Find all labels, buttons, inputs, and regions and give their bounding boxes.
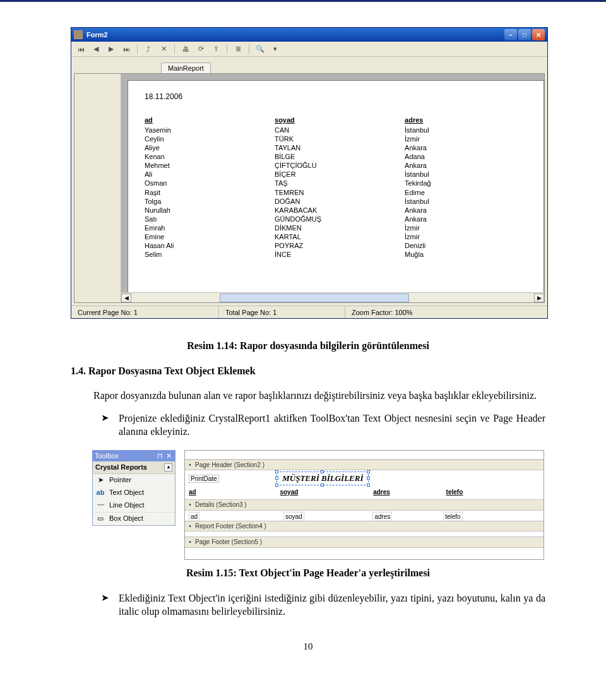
page-number: 10	[71, 640, 545, 653]
toolbox-panel: Toolbox ⊓ ✕ Crystal Reports ▴ ➤ Pointer …	[92, 450, 175, 526]
refresh-icon[interactable]: ⟳	[195, 44, 206, 55]
report-designer: •Page Header (Section2 ) PrintDate MÜŞTE…	[184, 450, 544, 560]
zoom-dropdown-icon[interactable]: ▾	[270, 44, 281, 55]
titlebar[interactable]: Form2 – □ ✕	[71, 28, 547, 42]
toolbox-item-line-object[interactable]: 〰 Line Object	[93, 499, 175, 512]
scroll-right-icon[interactable]: ▶	[534, 294, 544, 302]
status-zoom: Zoom Factor: 100%	[345, 306, 547, 318]
figure-caption-1: Resim 1.14: Rapor dosyasında bilgilerin …	[71, 339, 545, 353]
designer-ruler	[185, 451, 544, 460]
hdr-telefon[interactable]: telefo	[446, 488, 463, 497]
table-row: MehmetÇİFTÇİOĞLUAnkara	[145, 161, 527, 170]
tab-mainreport[interactable]: MainReport	[161, 62, 211, 73]
stop-icon[interactable]: ✕	[158, 44, 169, 55]
pointer-icon: ➤	[95, 475, 105, 485]
table-row: KenanBİLGEAdana	[145, 152, 527, 161]
find-icon[interactable]: 🔍	[254, 44, 266, 55]
last-page-icon[interactable]: ⏭	[121, 44, 132, 55]
prev-page-icon[interactable]: ◀	[90, 44, 102, 55]
scroll-thumb[interactable]	[220, 294, 409, 302]
collapse-icon[interactable]: ▴	[164, 463, 172, 472]
paragraph-1: Rapor dosyanızda bulunan alan ve rapor b…	[71, 389, 545, 403]
toolbox-item-text-object[interactable]: ab Text Object	[93, 487, 175, 499]
window-title: Form2	[86, 31, 504, 39]
hdr-ad[interactable]: ad	[189, 488, 196, 497]
toolbox-titlebar[interactable]: Toolbox ⊓ ✕	[92, 450, 175, 461]
table-row: AliyeTAYLANAnkara	[145, 143, 527, 152]
pin-icon[interactable]: ⊓	[155, 451, 164, 460]
report-table: ad soyad adres YaseminCANİstanbulCeylinT…	[145, 116, 527, 259]
report-page: 18.11.2006 ad soyad adres YaseminCANİsta…	[128, 80, 544, 292]
det-telefon[interactable]: telefo	[443, 512, 462, 522]
figure-caption-2: Resim 1.15: Text Object'in Page Header'a…	[71, 566, 545, 580]
bullet-arrow-icon: ➤	[101, 412, 119, 439]
next-page-icon[interactable]: ▶	[105, 44, 117, 55]
line-object-icon: 〰	[95, 501, 105, 511]
maximize-button[interactable]: □	[518, 29, 531, 40]
box-object-icon: ▭	[95, 514, 105, 524]
first-page-icon[interactable]: ⏮	[75, 44, 86, 55]
toolbox-item-box-object[interactable]: ▭ Box Object	[93, 512, 175, 525]
col-soyad: soyad	[275, 116, 405, 126]
table-row: SatıGÜNDOĞMUŞAnkara	[145, 215, 527, 223]
table-row: TolgaDOĞANİstanbul	[145, 197, 527, 206]
text-object-musteri[interactable]: MÜŞTERİ BİLGİLERİ	[276, 472, 369, 485]
table-row: EmineKARTALİzmir	[145, 232, 527, 241]
bullet-text-2: Eklediğiniz Text Object'in içeriğini ist…	[119, 591, 545, 619]
field-printdate[interactable]: PrintDate	[189, 475, 219, 483]
table-row: RaşitTEMRENEdirne	[145, 188, 527, 197]
group-tree-icon[interactable]: ≣	[232, 44, 244, 55]
section-page-header[interactable]: Page Header (Section2 )	[195, 461, 264, 470]
col-adres: adres	[405, 116, 527, 126]
viewer-pane: 18.11.2006 ad soyad adres YaseminCANİsta…	[74, 73, 545, 303]
status-total-page: Total Page No: 1	[219, 306, 345, 318]
group-tree-pane[interactable]	[74, 74, 121, 302]
toolbox-group-crystal[interactable]: Crystal Reports ▴	[93, 461, 175, 474]
hdr-adres[interactable]: adres	[373, 488, 390, 497]
table-row: EmrahDİKMENİzmir	[145, 223, 527, 232]
table-row: SelimİNCEMuğla	[145, 250, 527, 259]
section-page-footer[interactable]: Page Footer (Section5 )	[195, 538, 262, 547]
scroll-left-icon[interactable]: ◀	[121, 294, 131, 302]
bullet-text-1: Projenize eklediğiniz CrystalReport1 akt…	[119, 412, 545, 439]
hdr-soyad[interactable]: soyad	[280, 488, 298, 497]
bullet-arrow-icon: ➤	[101, 591, 119, 619]
heading-1-4: 1.4. Rapor Dosyasına Text Object Eklemek	[71, 364, 545, 378]
minimize-button[interactable]: –	[504, 29, 517, 40]
toolbox-item-pointer[interactable]: ➤ Pointer	[93, 474, 175, 487]
status-bar: Current Page No: 1 Total Page No: 1 Zoom…	[71, 306, 547, 318]
table-row: NurullahKARABACAKAnkara	[145, 206, 527, 215]
print-icon[interactable]: 🖶	[180, 44, 191, 55]
horizontal-scrollbar[interactable]: ◀ ▶	[121, 292, 544, 302]
goto-page-icon[interactable]: ⤴	[143, 44, 154, 55]
status-current-page: Current Page No: 1	[71, 306, 219, 318]
report-scroll-area[interactable]: 18.11.2006 ad soyad adres YaseminCANİsta…	[121, 74, 544, 292]
toolbox-title: Toolbox	[95, 451, 119, 461]
form-icon	[74, 30, 83, 39]
text-object-icon: ab	[95, 488, 105, 498]
form2-window: Form2 – □ ✕ ⏮ ◀ ▶ ⏭ ⤴ ✕ 🖶 ⟳ ⇪ ≣ 🔍 ▾ Main…	[71, 27, 548, 319]
report-toolbar: ⏮ ◀ ▶ ⏭ ⤴ ✕ 🖶 ⟳ ⇪ ≣ 🔍 ▾	[71, 42, 547, 57]
table-row: OsmanTAŞTekirdağ	[145, 179, 527, 187]
export-icon[interactable]: ⇪	[210, 44, 222, 55]
table-row: AliBİÇERİstanbul	[145, 170, 527, 179]
table-row: Hasan AliPOYRAZDenizli	[145, 241, 527, 250]
det-ad[interactable]: ad	[189, 512, 199, 522]
det-soyad[interactable]: soyad	[283, 512, 304, 522]
section-report-footer[interactable]: Report Footer (Section4 )	[195, 522, 266, 531]
det-adres[interactable]: adres	[372, 512, 392, 522]
section-details[interactable]: Details (Section3 )	[195, 501, 247, 509]
close-button[interactable]: ✕	[532, 29, 545, 40]
toolbox-close-icon[interactable]: ✕	[164, 451, 173, 460]
table-row: CeylinTÜRKİzmir	[145, 134, 527, 143]
col-ad: ad	[145, 116, 275, 126]
table-row: YaseminCANİstanbul	[145, 126, 527, 134]
report-date: 18.11.2006	[145, 92, 527, 101]
